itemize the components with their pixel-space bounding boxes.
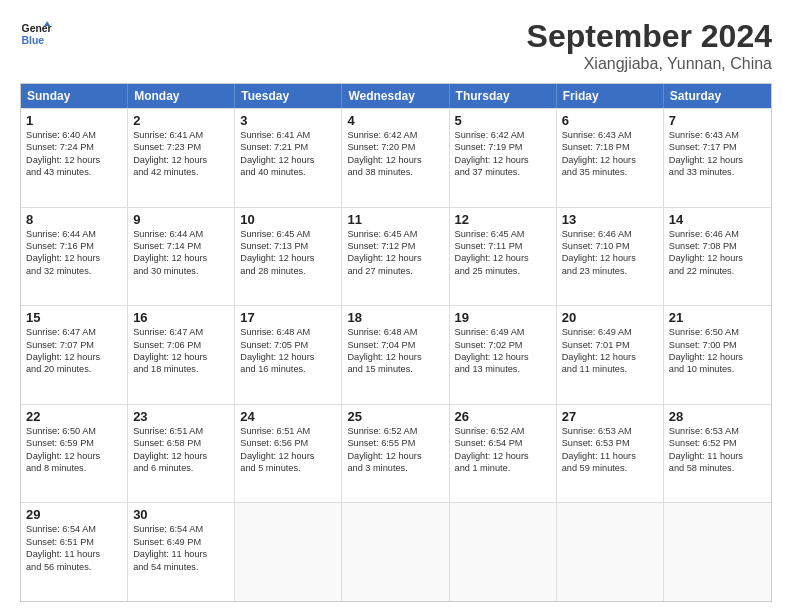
cell-text: and 58 minutes. [669, 462, 766, 474]
cell-text: and 15 minutes. [347, 363, 443, 375]
cell-text: Daylight: 12 hours [133, 252, 229, 264]
day-number: 5 [455, 113, 551, 128]
calendar-cell: 8Sunrise: 6:44 AMSunset: 7:16 PMDaylight… [21, 208, 128, 306]
calendar-cell: 20Sunrise: 6:49 AMSunset: 7:01 PMDayligh… [557, 306, 664, 404]
cell-text: Daylight: 12 hours [133, 450, 229, 462]
cell-text: Sunrise: 6:45 AM [240, 228, 336, 240]
header-day-saturday: Saturday [664, 84, 771, 108]
cell-text: Sunset: 7:16 PM [26, 240, 122, 252]
title-block: September 2024 Xiangjiaba, Yunnan, China [527, 18, 772, 73]
day-number: 11 [347, 212, 443, 227]
calendar-cell [664, 503, 771, 601]
day-number: 24 [240, 409, 336, 424]
cell-text: Sunrise: 6:53 AM [669, 425, 766, 437]
cell-text: Sunrise: 6:40 AM [26, 129, 122, 141]
cell-text: and 35 minutes. [562, 166, 658, 178]
cell-text: and 8 minutes. [26, 462, 122, 474]
cell-text: Daylight: 12 hours [240, 252, 336, 264]
day-number: 2 [133, 113, 229, 128]
cell-text: Sunrise: 6:45 AM [455, 228, 551, 240]
cell-text: Sunrise: 6:42 AM [347, 129, 443, 141]
calendar-cell: 13Sunrise: 6:46 AMSunset: 7:10 PMDayligh… [557, 208, 664, 306]
cell-text: Sunset: 6:56 PM [240, 437, 336, 449]
cell-text: Daylight: 11 hours [562, 450, 658, 462]
cell-text: Sunset: 7:13 PM [240, 240, 336, 252]
cell-text: Sunrise: 6:43 AM [562, 129, 658, 141]
cell-text: Sunset: 7:19 PM [455, 141, 551, 153]
cell-text: and 20 minutes. [26, 363, 122, 375]
calendar-cell: 12Sunrise: 6:45 AMSunset: 7:11 PMDayligh… [450, 208, 557, 306]
cell-text: and 25 minutes. [455, 265, 551, 277]
cell-text: Sunset: 7:00 PM [669, 339, 766, 351]
cell-text: Sunset: 7:18 PM [562, 141, 658, 153]
cell-text: Sunset: 7:21 PM [240, 141, 336, 153]
header-day-thursday: Thursday [450, 84, 557, 108]
day-number: 20 [562, 310, 658, 325]
cell-text: Sunrise: 6:54 AM [26, 523, 122, 535]
calendar-cell: 27Sunrise: 6:53 AMSunset: 6:53 PMDayligh… [557, 405, 664, 503]
calendar-cell [450, 503, 557, 601]
calendar-cell: 25Sunrise: 6:52 AMSunset: 6:55 PMDayligh… [342, 405, 449, 503]
day-number: 14 [669, 212, 766, 227]
header-day-tuesday: Tuesday [235, 84, 342, 108]
day-number: 23 [133, 409, 229, 424]
day-number: 7 [669, 113, 766, 128]
cell-text: Sunset: 7:12 PM [347, 240, 443, 252]
cell-text: Sunset: 6:54 PM [455, 437, 551, 449]
cell-text: Sunrise: 6:49 AM [562, 326, 658, 338]
cell-text: and 54 minutes. [133, 561, 229, 573]
page: General Blue September 2024 Xiangjiaba, … [0, 0, 792, 612]
cell-text: Daylight: 12 hours [669, 154, 766, 166]
calendar-row: 15Sunrise: 6:47 AMSunset: 7:07 PMDayligh… [21, 305, 771, 404]
day-number: 29 [26, 507, 122, 522]
cell-text: Sunset: 7:08 PM [669, 240, 766, 252]
cell-text: Sunset: 7:02 PM [455, 339, 551, 351]
cell-text: Daylight: 12 hours [455, 351, 551, 363]
cell-text: Daylight: 12 hours [562, 351, 658, 363]
cell-text: Daylight: 12 hours [26, 450, 122, 462]
cell-text: and 56 minutes. [26, 561, 122, 573]
calendar-cell: 22Sunrise: 6:50 AMSunset: 6:59 PMDayligh… [21, 405, 128, 503]
calendar-cell: 10Sunrise: 6:45 AMSunset: 7:13 PMDayligh… [235, 208, 342, 306]
cell-text: Sunrise: 6:46 AM [669, 228, 766, 240]
cell-text: and 59 minutes. [562, 462, 658, 474]
header-day-monday: Monday [128, 84, 235, 108]
cell-text: and 18 minutes. [133, 363, 229, 375]
day-number: 22 [26, 409, 122, 424]
cell-text: and 6 minutes. [133, 462, 229, 474]
cell-text: Sunset: 7:06 PM [133, 339, 229, 351]
day-number: 17 [240, 310, 336, 325]
location-title: Xiangjiaba, Yunnan, China [527, 55, 772, 73]
day-number: 6 [562, 113, 658, 128]
cell-text: Sunrise: 6:44 AM [26, 228, 122, 240]
cell-text: and 3 minutes. [347, 462, 443, 474]
cell-text: Sunset: 7:01 PM [562, 339, 658, 351]
cell-text: Sunset: 7:20 PM [347, 141, 443, 153]
day-number: 15 [26, 310, 122, 325]
cell-text: Daylight: 12 hours [347, 450, 443, 462]
cell-text: and 1 minute. [455, 462, 551, 474]
cell-text: and 42 minutes. [133, 166, 229, 178]
day-number: 27 [562, 409, 658, 424]
calendar-row: 1Sunrise: 6:40 AMSunset: 7:24 PMDaylight… [21, 108, 771, 207]
header-day-friday: Friday [557, 84, 664, 108]
logo-icon: General Blue [20, 18, 52, 50]
day-number: 12 [455, 212, 551, 227]
cell-text: Sunrise: 6:53 AM [562, 425, 658, 437]
cell-text: Sunset: 6:59 PM [26, 437, 122, 449]
cell-text: and 10 minutes. [669, 363, 766, 375]
day-number: 16 [133, 310, 229, 325]
calendar-cell: 3Sunrise: 6:41 AMSunset: 7:21 PMDaylight… [235, 109, 342, 207]
cell-text: and 23 minutes. [562, 265, 658, 277]
day-number: 10 [240, 212, 336, 227]
cell-text: Daylight: 12 hours [347, 351, 443, 363]
day-number: 4 [347, 113, 443, 128]
cell-text: Sunrise: 6:43 AM [669, 129, 766, 141]
cell-text: Sunrise: 6:47 AM [26, 326, 122, 338]
day-number: 8 [26, 212, 122, 227]
calendar-cell: 5Sunrise: 6:42 AMSunset: 7:19 PMDaylight… [450, 109, 557, 207]
calendar-cell: 14Sunrise: 6:46 AMSunset: 7:08 PMDayligh… [664, 208, 771, 306]
calendar-cell: 18Sunrise: 6:48 AMSunset: 7:04 PMDayligh… [342, 306, 449, 404]
day-number: 19 [455, 310, 551, 325]
calendar-cell: 19Sunrise: 6:49 AMSunset: 7:02 PMDayligh… [450, 306, 557, 404]
